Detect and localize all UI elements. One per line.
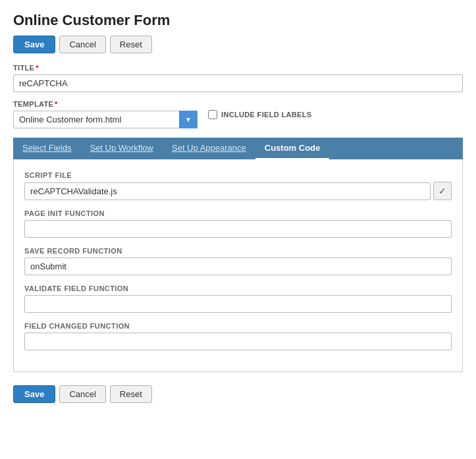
page-init-input[interactable]: [24, 220, 452, 238]
script-file-input-row: ✓: [24, 182, 452, 200]
script-file-input[interactable]: [24, 182, 431, 200]
top-toolbar: Save Cancel Reset: [13, 36, 463, 53]
title-input[interactable]: [13, 74, 463, 92]
save-record-group: SAVE RECORD FUNCTION: [24, 247, 452, 275]
script-file-browse-button[interactable]: ✓: [433, 182, 452, 200]
template-label: TEMPLATE*: [13, 100, 198, 108]
save-button-bottom[interactable]: Save: [13, 385, 55, 403]
bottom-toolbar: Save Cancel Reset: [13, 385, 463, 403]
page-init-label: PAGE INIT FUNCTION: [24, 209, 452, 217]
template-select-group: TEMPLATE* Online Customer form.html: [13, 100, 198, 128]
field-changed-input[interactable]: [24, 333, 452, 350]
include-labels-checkbox[interactable]: [208, 110, 217, 119]
tab-set-up-appearance[interactable]: Set Up Appearance: [163, 138, 255, 159]
include-labels-group: INCLUDE FIELD LABELS: [208, 110, 311, 119]
save-record-label: SAVE RECORD FUNCTION: [24, 247, 452, 255]
field-changed-label: FIELD CHANGED FUNCTION: [24, 322, 452, 330]
template-field-group: TEMPLATE* Online Customer form.html INCL…: [13, 100, 463, 128]
validate-field-input[interactable]: [24, 295, 452, 313]
tab-set-up-workflow[interactable]: Set Up Workflow: [80, 138, 163, 159]
title-label: TITLE*: [13, 64, 463, 72]
include-labels-text: INCLUDE FIELD LABELS: [221, 111, 311, 119]
template-select-wrapper: Online Customer form.html: [13, 111, 198, 128]
template-select[interactable]: Online Customer form.html: [13, 111, 198, 128]
tabs-bar: Select Fields Set Up Workflow Set Up App…: [13, 138, 463, 159]
save-record-input[interactable]: [24, 257, 452, 275]
page-init-group: PAGE INIT FUNCTION: [24, 209, 452, 238]
browse-icon: ✓: [438, 186, 446, 196]
tab-select-fields[interactable]: Select Fields: [13, 138, 80, 159]
script-file-group: SCRIPT FILE ✓: [24, 171, 452, 200]
custom-code-panel: SCRIPT FILE ✓ PAGE INIT FUNCTION SAVE RE…: [13, 159, 463, 372]
field-changed-group: FIELD CHANGED FUNCTION: [24, 322, 452, 350]
reset-button-top[interactable]: Reset: [110, 36, 152, 53]
tab-custom-code[interactable]: Custom Code: [255, 138, 330, 159]
validate-field-label: VALIDATE FIELD FUNCTION: [24, 284, 452, 292]
validate-field-group: VALIDATE FIELD FUNCTION: [24, 284, 452, 313]
save-button-top[interactable]: Save: [13, 36, 55, 53]
cancel-button-bottom[interactable]: Cancel: [59, 385, 105, 403]
title-field-group: TITLE*: [13, 64, 463, 92]
reset-button-bottom[interactable]: Reset: [110, 385, 152, 403]
page-title: Online Customer Form: [13, 12, 463, 29]
script-file-label: SCRIPT FILE: [24, 171, 452, 179]
cancel-button-top[interactable]: Cancel: [59, 36, 105, 53]
